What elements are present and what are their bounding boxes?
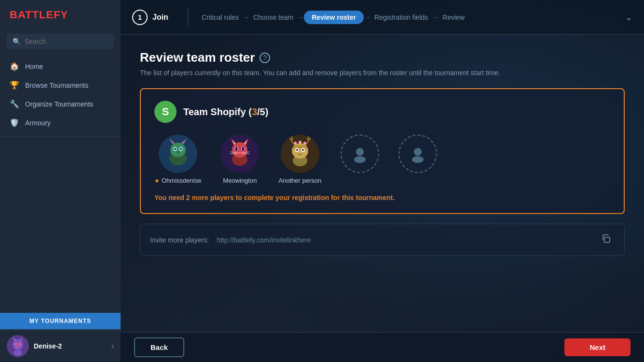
player-avatar-1 <box>159 134 197 173</box>
player-slot-5 <box>398 134 437 184</box>
sidebar-item-home[interactable]: 🏠 Home <box>0 57 121 76</box>
back-button[interactable]: Back <box>134 337 184 357</box>
captain-star-icon: ★ <box>154 177 160 184</box>
invite-link-input[interactable] <box>217 236 589 244</box>
shield-icon: 🛡️ <box>10 118 19 127</box>
sidebar-item-armoury[interactable]: 🛡️ Armoury <box>0 113 121 132</box>
player-name-1: Ohmissdenise <box>162 177 201 184</box>
home-icon: 🏠 <box>10 62 19 71</box>
invite-label: Invite more players: <box>150 236 209 244</box>
help-icon[interactable]: ? <box>260 53 270 63</box>
nav-steps: Critical rules → Choose team → Review ro… <box>198 11 625 24</box>
player-avatar-empty-5 <box>398 134 437 173</box>
svg-point-28 <box>238 152 241 154</box>
player-slot-1: ★ Ohmissdenise <box>154 134 201 184</box>
arrow-icon-3: → <box>364 13 370 21</box>
search-icon: 🔍 <box>13 38 21 45</box>
chevron-right-icon: › <box>111 342 114 350</box>
need-more-message: You need 2 more players to complete your… <box>154 194 610 201</box>
arrow-icon-1: → <box>243 13 249 21</box>
logo: BATTLEFY <box>0 0 121 30</box>
player-avatar-2 <box>220 134 259 173</box>
trophy-icon: 🏆 <box>10 80 19 90</box>
sidebar-divider <box>0 136 121 136</box>
svg-point-46 <box>414 148 422 156</box>
svg-point-26 <box>235 147 237 151</box>
sidebar-item-browse[interactable]: 🏆 Browse Tournaments <box>0 76 121 94</box>
svg-point-16 <box>177 151 179 153</box>
step-number: 1 <box>132 10 148 25</box>
player-avatar-3 <box>281 134 319 173</box>
top-nav: 1 Join Critical rules → Choose team → Re… <box>121 0 644 35</box>
step-join: 1 Join <box>132 10 168 25</box>
arrow-icon-4: → <box>432 13 438 21</box>
svg-point-43 <box>299 141 301 144</box>
player-slot-4 <box>341 134 379 184</box>
team-header: S Team Shopify (3/5) <box>154 101 610 123</box>
tool-icon: 🔧 <box>10 99 19 108</box>
players-row: ★ Ohmissdenise <box>154 134 610 184</box>
sidebar-item-browse-label: Browse Tournaments <box>25 81 88 89</box>
arrow-icon-2: → <box>297 13 304 21</box>
player-avatar-empty-4 <box>341 134 379 173</box>
next-button[interactable]: Next <box>564 338 630 356</box>
team-logo: S <box>154 101 177 123</box>
svg-rect-36 <box>293 145 307 150</box>
svg-point-15 <box>180 148 182 150</box>
svg-point-45 <box>354 156 366 163</box>
svg-point-6 <box>14 350 22 356</box>
sidebar-item-armoury-label: Armoury <box>25 119 51 127</box>
sidebar: BATTLEFY 🔍 🏠 Home 🏆 Browse Tournaments 🔧… <box>0 0 121 362</box>
svg-point-4 <box>15 343 17 346</box>
svg-point-9 <box>170 143 186 157</box>
svg-point-39 <box>296 149 298 151</box>
player-slot-2: Meowington <box>220 134 259 184</box>
player-name-row-1: ★ Ohmissdenise <box>154 177 201 184</box>
svg-point-1 <box>13 339 23 350</box>
nav-step-registration-fields[interactable]: Registration fields <box>370 13 432 21</box>
bottom-user-panel[interactable]: Denise-2 › <box>0 330 121 362</box>
page-title: Review team roster <box>140 50 255 65</box>
player-name-2: Meowington <box>223 177 257 184</box>
team-card: S Team Shopify (3/5) <box>140 88 625 214</box>
page-title-row: Review team roster ? <box>140 50 625 65</box>
logo-red: FY <box>54 9 68 21</box>
avatar <box>7 335 29 357</box>
svg-point-42 <box>303 142 306 145</box>
svg-point-5 <box>19 343 21 346</box>
svg-point-41 <box>294 142 297 145</box>
svg-point-40 <box>302 149 304 151</box>
team-name: Team Shopify (3/5) <box>183 107 268 118</box>
svg-rect-48 <box>604 237 610 242</box>
nav-dropdown-button[interactable]: ⌄ <box>625 12 632 23</box>
sidebar-item-home-label: Home <box>25 63 43 70</box>
page-content: Review team roster ? The list of players… <box>121 35 644 332</box>
svg-point-47 <box>412 156 424 163</box>
logo-white: BATTLE <box>10 9 54 21</box>
search-input[interactable] <box>25 38 108 45</box>
nav-divider <box>188 8 188 27</box>
page-subtitle: The list of players currently on this te… <box>140 69 625 77</box>
bottom-user-name: Denise-2 <box>34 342 107 350</box>
nav-step-choose-team[interactable]: Choose team <box>249 13 297 21</box>
nav-step-review[interactable]: Review <box>438 13 468 21</box>
main-content: 1 Join Critical rules → Choose team → Re… <box>121 0 644 362</box>
svg-point-44 <box>356 148 364 156</box>
svg-point-14 <box>174 148 176 150</box>
bottom-bar: Back Next <box>121 332 644 362</box>
search-box[interactable]: 🔍 <box>7 34 114 49</box>
player-slot-3: Another person <box>278 134 321 184</box>
nav-step-critical-rules[interactable]: Critical rules <box>198 13 243 21</box>
sidebar-item-organize[interactable]: 🔧 Organize Tournaments <box>0 94 121 113</box>
invite-box: Invite more players: <box>140 224 625 256</box>
player-name-3: Another person <box>278 177 321 184</box>
svg-point-27 <box>242 147 244 151</box>
my-tournaments-bar: MY TOURNAMENTS <box>0 313 121 329</box>
nav-step-review-roster[interactable]: Review roster <box>304 11 364 24</box>
copy-button[interactable] <box>597 232 615 248</box>
step-join-label: Join <box>152 13 168 22</box>
sidebar-item-organize-label: Organize Tournaments <box>25 100 93 108</box>
